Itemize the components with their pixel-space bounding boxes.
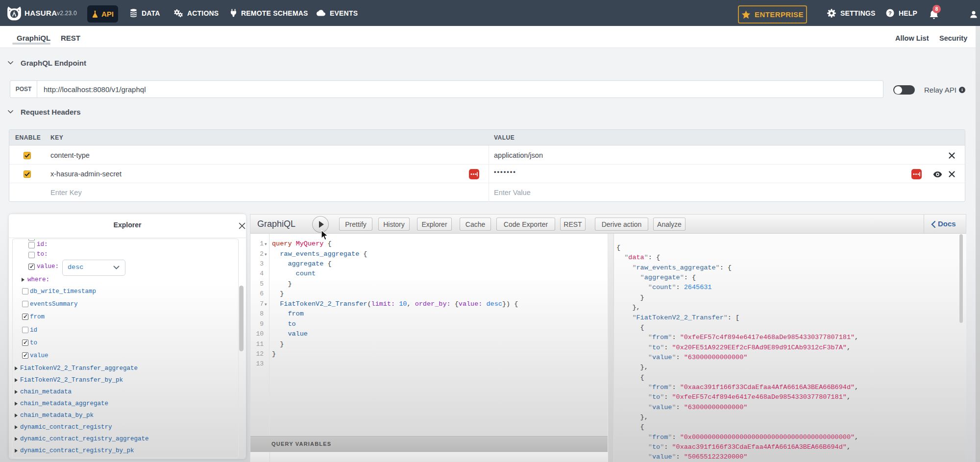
- svg-text:?: ?: [888, 10, 892, 16]
